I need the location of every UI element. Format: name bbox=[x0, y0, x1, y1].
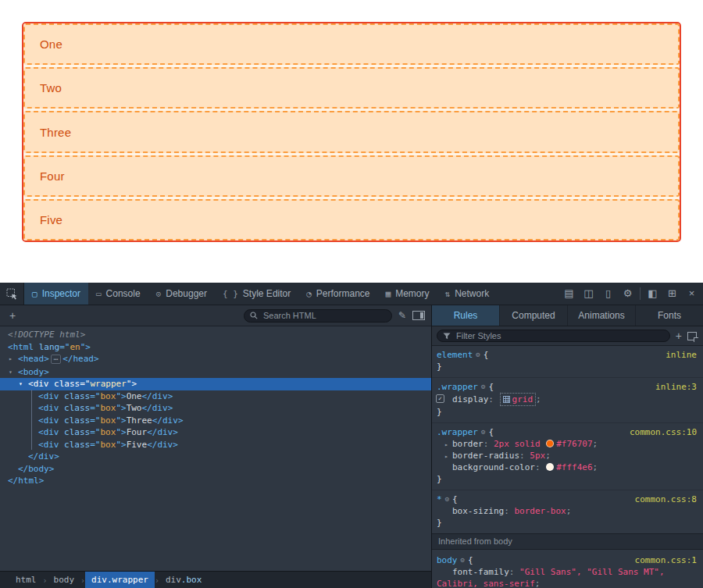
three-pane-toggle-icon[interactable] bbox=[412, 311, 425, 320]
attribute-name: class bbox=[59, 440, 91, 450]
rule-selector-line[interactable]: .wrapper⚙{inline:3 bbox=[432, 381, 703, 393]
rule-selector[interactable]: * bbox=[437, 494, 442, 505]
breadcrumb-item-div.box[interactable]: div.box bbox=[159, 572, 208, 588]
search-html-input[interactable] bbox=[262, 310, 386, 321]
twisty-icon[interactable]: ▾ bbox=[9, 366, 12, 379]
filter-styles-box[interactable] bbox=[437, 330, 670, 342]
tag-punctuation: =" bbox=[90, 391, 100, 401]
add-node-icon[interactable]: + bbox=[6, 309, 19, 322]
markup-line[interactable]: ▾<body> bbox=[0, 366, 431, 379]
tab-network[interactable]: ⇅Network bbox=[437, 283, 498, 305]
sidebar-tab-rules[interactable]: Rules bbox=[432, 305, 500, 326]
markup-line[interactable]: ▸<head>⋯</head> bbox=[0, 353, 431, 366]
sidebar-tab-animations[interactable]: Animations bbox=[568, 305, 636, 326]
markup-line[interactable]: <div class="box">Five</div> bbox=[0, 439, 431, 451]
rule-gear-icon[interactable]: ⚙ bbox=[461, 554, 465, 566]
filter-styles-input[interactable] bbox=[455, 330, 664, 341]
markup-line[interactable]: </div> bbox=[0, 451, 431, 463]
stylesheet-link[interactable]: common.css:10 bbox=[623, 426, 697, 438]
grid-icon[interactable] bbox=[503, 394, 512, 404]
css-rule: body⚙{common.css:1font-family: "Gill San… bbox=[432, 554, 703, 588]
color-swatch[interactable] bbox=[546, 463, 554, 471]
rule-gear-icon[interactable]: ⚙ bbox=[481, 381, 485, 393]
stylesheet-link[interactable]: inline:3 bbox=[649, 381, 697, 393]
search-html-box[interactable] bbox=[244, 309, 392, 323]
markup-line[interactable]: <div class="box">One</div> bbox=[0, 390, 431, 403]
twisty-icon[interactable]: ▾ bbox=[19, 378, 23, 390]
rule-selector-line[interactable]: *⚙{common.css:8 bbox=[432, 494, 703, 505]
markup-line[interactable]: <div class="box">Four</div> bbox=[0, 426, 431, 439]
tag-name: body bbox=[23, 367, 45, 377]
twisty-icon[interactable]: ▸ bbox=[9, 353, 12, 365]
colon: : bbox=[504, 506, 514, 516]
breadcrumb-tag: div bbox=[166, 575, 181, 585]
rule-selector[interactable]: element bbox=[437, 349, 473, 361]
tab-inspector[interactable]: ▢Inspector bbox=[24, 283, 88, 305]
tab-performance[interactable]: ◔Performance bbox=[298, 283, 377, 305]
rule-selector[interactable]: body bbox=[437, 554, 458, 566]
tab-memory[interactable]: ▦Memory bbox=[378, 283, 437, 305]
network-icon: ⇅ bbox=[445, 289, 451, 299]
dock-bottom-icon[interactable]: ◧ bbox=[643, 283, 662, 305]
grid-highlighter-toggle[interactable]: grid bbox=[500, 393, 537, 406]
declaration[interactable]: ▸border-radius: 5px; bbox=[432, 450, 703, 461]
breadcrumb-class: .wrapper bbox=[107, 575, 148, 585]
declaration[interactable]: font-family: "Gill Sans", "Gill Sans MT"… bbox=[432, 566, 703, 588]
rule-selector-line[interactable]: body⚙{common.css:1 bbox=[432, 554, 703, 566]
declaration[interactable]: box-sizing: border-box; bbox=[432, 505, 703, 517]
stylesheet-link[interactable]: common.css:8 bbox=[629, 494, 697, 505]
expand-property-icon[interactable]: ▸ bbox=[444, 451, 448, 462]
declaration-checkbox[interactable]: ✓ bbox=[436, 394, 444, 403]
tag-punctuation: =" bbox=[90, 403, 100, 413]
markup-line[interactable]: </body> bbox=[0, 463, 431, 476]
tab-console[interactable]: ▭Console bbox=[88, 283, 148, 305]
markup-line[interactable]: <html lang="en"> bbox=[0, 341, 431, 354]
rule-gear-icon[interactable]: ⚙ bbox=[476, 349, 480, 361]
responsive-design-icon[interactable]: ◫ bbox=[579, 283, 598, 305]
markup-line[interactable]: <!DOCTYPE html> bbox=[0, 329, 431, 341]
markup-line[interactable]: <div class="box">Three</div> bbox=[0, 415, 431, 427]
tag-punctuation: "> bbox=[116, 427, 126, 437]
rule-selector-line[interactable]: element⚙{inline bbox=[432, 349, 703, 361]
color-swatch[interactable] bbox=[546, 440, 554, 447]
iframe-picker-icon[interactable]: ▤ bbox=[559, 283, 579, 305]
stylesheet-link[interactable]: inline bbox=[659, 349, 697, 361]
element-picker-button[interactable] bbox=[0, 283, 24, 305]
sidebar-tab-fonts[interactable]: Fonts bbox=[636, 305, 703, 326]
rule-selector-line[interactable]: .wrapper⚙{common.css:10 bbox=[432, 426, 703, 438]
expand-property-icon[interactable]: ▸ bbox=[444, 439, 448, 451]
dock-window-icon[interactable]: ⊞ bbox=[662, 283, 682, 305]
markup-line[interactable]: </html> bbox=[0, 475, 431, 487]
screenshot-root: OneTwoThreeFourFive ▢Inspector▭Console⊙D… bbox=[0, 0, 703, 588]
rule-gear-icon[interactable]: ⚙ bbox=[445, 494, 449, 505]
eyedropper-icon[interactable]: ✎ bbox=[398, 310, 406, 321]
tag-name: div bbox=[44, 440, 59, 450]
markup-line[interactable]: <div class="box">Two</div> bbox=[0, 402, 431, 415]
settings-icon[interactable]: ⚙ bbox=[618, 283, 637, 305]
rule-selector[interactable]: .wrapper bbox=[437, 381, 478, 393]
tag-punctuation: < bbox=[8, 342, 13, 352]
add-rule-icon[interactable]: + bbox=[676, 330, 682, 342]
declaration[interactable]: background-color: #fff4e6; bbox=[432, 461, 703, 473]
tab-style-editor[interactable]: { }Style Editor bbox=[215, 283, 298, 305]
rule-selector[interactable]: .wrapper bbox=[437, 426, 478, 438]
rule-gear-icon[interactable]: ⚙ bbox=[481, 426, 485, 438]
style-editor-icon: { } bbox=[223, 289, 238, 299]
declaration[interactable]: ▸border: 2px solid #f76707; bbox=[432, 438, 703, 450]
breadcrumb-item-body[interactable]: body bbox=[48, 572, 81, 588]
property-value: grid bbox=[512, 394, 533, 404]
breadcrumb-item-div.wrapper[interactable]: div.wrapper bbox=[85, 572, 155, 588]
stylesheet-link[interactable]: common.css:1 bbox=[629, 554, 697, 566]
markup-line-selected[interactable]: ▾<div class="wrapper"> bbox=[0, 378, 431, 390]
device-icon[interactable]: ▯ bbox=[598, 283, 618, 305]
tab-debugger[interactable]: ⊙Debugger bbox=[148, 283, 215, 305]
close-icon[interactable]: × bbox=[682, 283, 701, 305]
colon: : bbox=[488, 394, 498, 404]
pseudo-class-panel-icon[interactable] bbox=[687, 332, 697, 340]
breadcrumb-item-html[interactable]: html bbox=[9, 572, 43, 588]
close-brace: } bbox=[432, 473, 703, 485]
declaration[interactable]: ✓display: grid; bbox=[432, 393, 703, 406]
breadcrumb-class: .box bbox=[181, 575, 202, 585]
tag-punctuation: > bbox=[44, 367, 49, 377]
sidebar-tab-computed[interactable]: Computed bbox=[500, 305, 568, 326]
